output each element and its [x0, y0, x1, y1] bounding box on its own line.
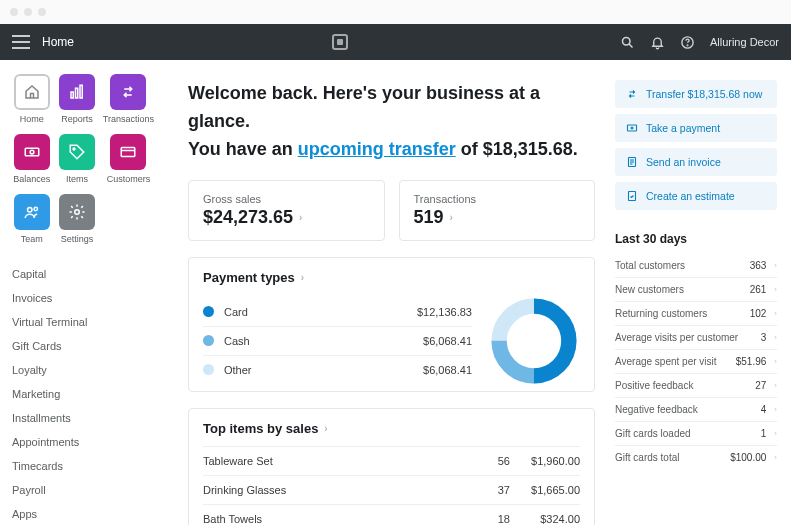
payment-type-name: Other [224, 364, 423, 376]
headline: Welcome back. Here's your business at a … [188, 80, 595, 164]
last30-label: Average visits per customer [615, 332, 761, 343]
quick-action-label: Create an estimate [646, 190, 735, 202]
legend-dot-icon [203, 335, 214, 346]
last30-row[interactable]: Average visits per customer3› [615, 325, 777, 349]
bell-icon[interactable] [650, 34, 666, 50]
traffic-light-min[interactable] [24, 8, 32, 16]
last30-row[interactable]: Positive feedback27› [615, 373, 777, 397]
last30-row[interactable]: Negative feedback4› [615, 397, 777, 421]
nav-tile-label: Settings [61, 234, 94, 244]
payment-type-row: Other$6,068.41 [203, 355, 472, 384]
card-icon [110, 134, 146, 170]
last30-label: Returning customers [615, 308, 750, 319]
svg-rect-24 [628, 192, 635, 201]
invoice-icon [625, 156, 638, 168]
traffic-light-max[interactable] [38, 8, 46, 16]
svg-point-3 [688, 44, 689, 45]
quick-action-transfer[interactable]: Transfer $18,315.68 now [615, 80, 777, 108]
search-icon[interactable] [620, 34, 636, 50]
last30-value: $100.00 [730, 452, 766, 463]
quick-action-label: Send an invoice [646, 156, 721, 168]
sidebar-link-virtual-terminal[interactable]: Virtual Terminal [12, 310, 154, 334]
svg-rect-18 [627, 125, 636, 131]
last30-label: Total customers [615, 260, 750, 271]
page-title: Home [42, 35, 74, 49]
last30-row[interactable]: New customers261› [615, 277, 777, 301]
chevron-right-icon: › [774, 405, 777, 414]
sidebar-link-invoices[interactable]: Invoices [12, 286, 154, 310]
payment-type-value: $6,068.41 [423, 335, 472, 347]
nav-tile-label: Team [21, 234, 43, 244]
account-name[interactable]: Alluring Decor [710, 36, 779, 48]
top-item-amount: $1,960.00 [510, 455, 580, 467]
top-item-row: Drinking Glasses37$1,665.00 [203, 475, 580, 504]
gross-sales-card[interactable]: Gross sales $24,273.65› [188, 180, 385, 241]
payment-icon [625, 122, 638, 134]
top-item-amount: $324.00 [510, 513, 580, 525]
nav-tile-transactions[interactable]: Transactions [103, 74, 154, 124]
svg-point-0 [623, 37, 631, 45]
sidebar-link-capital[interactable]: Capital [12, 262, 154, 286]
payment-type-name: Cash [224, 335, 423, 347]
sidebar-link-marketing[interactable]: Marketing [12, 382, 154, 406]
payment-type-row: Card$12,136.83 [203, 298, 472, 326]
quick-action-estimate[interactable]: Create an estimate [615, 182, 777, 210]
quick-action-payment[interactable]: Take a payment [615, 114, 777, 142]
svg-rect-5 [76, 88, 78, 98]
top-item-name: Tableware Set [203, 455, 470, 467]
sidebar-link-installments[interactable]: Installments [12, 406, 154, 430]
traffic-light-close[interactable] [10, 8, 18, 16]
nav-tile-label: Home [20, 114, 44, 124]
payment-type-value: $6,068.41 [423, 364, 472, 376]
last30-row[interactable]: Gift cards loaded1› [615, 421, 777, 445]
nav-tile-home[interactable]: Home [12, 74, 51, 124]
chevron-right-icon: › [774, 285, 777, 294]
gross-sales-label: Gross sales [203, 193, 370, 205]
sidebar-link-payroll[interactable]: Payroll [12, 478, 154, 502]
transfer-icon [625, 88, 638, 100]
chevron-right-icon: › [774, 357, 777, 366]
hamburger-menu-icon[interactable] [12, 35, 30, 49]
last30-label: Positive feedback [615, 380, 755, 391]
sidebar-link-gift-cards[interactable]: Gift Cards [12, 334, 154, 358]
last30-value: 261 [750, 284, 767, 295]
last-30-days-title: Last 30 days [615, 232, 777, 246]
nav-tile-customers[interactable]: Customers [103, 134, 154, 184]
quick-action-label: Transfer $18,315.68 now [646, 88, 762, 100]
people-icon [14, 194, 50, 230]
svg-line-1 [629, 44, 632, 47]
sidebar-link-timecards[interactable]: Timecards [12, 454, 154, 478]
nav-tile-items[interactable]: Items [57, 134, 96, 184]
payment-type-name: Card [224, 306, 417, 318]
payment-types-title: Payment types [203, 270, 295, 285]
quick-action-invoice[interactable]: Send an invoice [615, 148, 777, 176]
payment-type-row: Cash$6,068.41 [203, 326, 472, 355]
nav-tile-team[interactable]: Team [12, 194, 51, 244]
last30-value: 3 [761, 332, 767, 343]
top-item-amount: $1,665.00 [510, 484, 580, 496]
sidebar-link-appointments[interactable]: Appointments [12, 430, 154, 454]
last30-value: 27 [755, 380, 766, 391]
last30-row[interactable]: Gift cards total$100.00› [615, 445, 777, 469]
nav-tile-balances[interactable]: Balances [12, 134, 51, 184]
help-icon[interactable] [680, 34, 696, 50]
last30-row[interactable]: Average spent per visit$51.96› [615, 349, 777, 373]
transactions-label: Transactions [414, 193, 581, 205]
transactions-card[interactable]: Transactions 519› [399, 180, 596, 241]
top-item-name: Bath Towels [203, 513, 470, 525]
last30-row[interactable]: Total customers363› [615, 254, 777, 277]
upcoming-transfer-link[interactable]: upcoming transfer [298, 139, 456, 159]
chevron-right-icon[interactable]: › [301, 272, 304, 283]
chevron-right-icon[interactable]: › [324, 423, 327, 434]
headline-amount: $18,315.68 [483, 139, 573, 159]
right-panel: Transfer $18,315.68 nowTake a paymentSen… [613, 60, 791, 525]
sidebar-link-apps[interactable]: Apps [12, 502, 154, 525]
svg-point-19 [631, 127, 633, 129]
last30-row[interactable]: Returning customers102› [615, 301, 777, 325]
nav-tile-reports[interactable]: Reports [57, 74, 96, 124]
window-titlebar [0, 0, 791, 24]
sidebar-link-loyalty[interactable]: Loyalty [12, 358, 154, 382]
nav-tile-settings[interactable]: Settings [57, 194, 96, 244]
gross-sales-value: $24,273.65 [203, 207, 293, 228]
payment-types-donut-chart [488, 295, 580, 387]
